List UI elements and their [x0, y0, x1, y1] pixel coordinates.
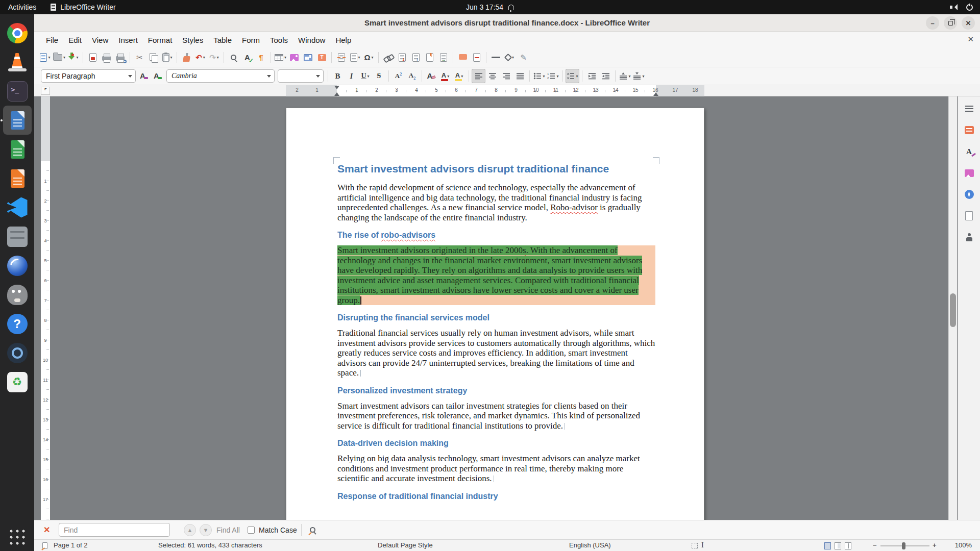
menu-insert[interactable]: Insert	[114, 34, 142, 46]
freeform-line-button[interactable]: ✎	[517, 51, 530, 65]
find-all-button[interactable]: Find All	[216, 526, 240, 534]
align-left-button[interactable]	[472, 69, 485, 83]
match-case-checkbox[interactable]	[248, 527, 255, 534]
find-replace-button[interactable]	[227, 51, 240, 65]
insert-table-button[interactable]: ▾	[274, 51, 287, 65]
dock-item-internet-ball[interactable]	[3, 251, 32, 280]
align-justify-button[interactable]	[513, 69, 527, 83]
insert-mode-indicator[interactable]: I	[701, 541, 704, 549]
menu-table[interactable]: Table	[209, 34, 236, 46]
heading[interactable]: Response of traditional financial indust…	[337, 491, 655, 502]
basic-shapes-button[interactable]: ▾	[503, 51, 517, 65]
new-style-button[interactable]: A	[151, 69, 165, 83]
activities-button[interactable]: Activities	[8, 3, 36, 11]
sidebar-tab-properties[interactable]	[961, 122, 977, 138]
italic-button[interactable]: I	[345, 69, 358, 83]
zoom-slider-thumb[interactable]	[902, 542, 905, 549]
tab-stop-selector[interactable]: ⌜	[41, 87, 50, 95]
underline-button[interactable]: U▾	[358, 69, 372, 83]
paragraph-style-select[interactable]: First Paragraph	[41, 69, 136, 83]
word-count-status[interactable]: Selected: 61 words, 433 characters	[158, 541, 262, 549]
dock-item-terminal[interactable]	[3, 77, 32, 106]
insert-chart-button[interactable]	[301, 51, 315, 65]
special-character-button[interactable]: Ω▾	[362, 51, 376, 65]
page-break-button[interactable]	[334, 51, 348, 65]
menu-form[interactable]: Form	[237, 34, 264, 46]
footnote-button[interactable]	[395, 51, 409, 65]
heading[interactable]: Disrupting the financial services model	[337, 313, 655, 323]
bold-button[interactable]: B	[331, 69, 345, 83]
power-icon[interactable]	[966, 4, 973, 11]
undo-button[interactable]: ↶▾	[193, 51, 207, 65]
clock[interactable]: Jun 3 17:54	[466, 3, 503, 11]
language-status[interactable]: English (USA)	[569, 541, 611, 549]
print-button[interactable]	[100, 51, 113, 65]
track-changes-button[interactable]	[470, 51, 483, 65]
spelling-button[interactable]: A✓	[240, 51, 254, 65]
vertical-ruler[interactable]: 1234567891011121314151617	[41, 96, 50, 520]
align-right-button[interactable]	[499, 69, 513, 83]
menu-format[interactable]: Format	[143, 34, 177, 46]
dock-item-vscode[interactable]	[3, 193, 32, 222]
page-style-status[interactable]: Default Page Style	[378, 541, 433, 549]
sidebar-tab-sidebar-settings[interactable]	[961, 101, 977, 117]
vertical-scrollbar[interactable]	[948, 96, 957, 520]
numbering-button[interactable]: 12▾	[546, 69, 560, 83]
menu-help[interactable]: Help	[331, 34, 356, 46]
window-title-bar[interactable]: Smart investment advisors disrupt tradit…	[34, 14, 980, 32]
restore-button[interactable]	[944, 16, 957, 30]
find-input[interactable]	[64, 526, 166, 534]
close-find-bar-button[interactable]: ✕	[43, 525, 50, 535]
heading[interactable]: Smart investment advisors disrupt tradit…	[337, 162, 655, 176]
superscript-button[interactable]: A2	[391, 69, 405, 83]
print-preview-button[interactable]	[113, 51, 127, 65]
subscript-button[interactable]: A2	[405, 69, 419, 83]
formatting-marks-button[interactable]: ¶	[254, 51, 268, 65]
menu-window[interactable]: Window	[293, 34, 330, 46]
horizontal-ruler[interactable]: 21123456789101112131415161718	[286, 85, 704, 96]
cut-button[interactable]: ✂	[133, 51, 146, 65]
dock-item-software[interactable]	[3, 367, 32, 396]
focused-app-menu[interactable]: LibreOffice Writer	[51, 3, 115, 11]
find-previous-button[interactable]: ▲	[184, 524, 196, 536]
heading[interactable]: The rise of robo-advisors	[337, 230, 655, 240]
para-space-increase-button[interactable]: ▾	[618, 69, 632, 83]
clear-formatting-button[interactable]: A	[425, 69, 438, 83]
first-line-indent-marker[interactable]	[334, 86, 339, 89]
insert-image-button[interactable]	[287, 51, 301, 65]
close-button[interactable]: ✕	[962, 16, 975, 30]
sidebar-tab-gallery[interactable]	[961, 165, 977, 181]
comment-button[interactable]	[456, 51, 470, 65]
hyperlink-button[interactable]	[381, 51, 395, 65]
zoom-level[interactable]: 100%	[955, 541, 972, 549]
dock-item-vlc[interactable]	[3, 47, 32, 77]
multi-page-view-button[interactable]	[835, 542, 841, 549]
highlight-color-button[interactable]: A▾	[452, 69, 466, 83]
menu-styles[interactable]: Styles	[178, 34, 208, 46]
paragraph[interactable]: Smart investment advisors can tailor inv…	[337, 401, 655, 431]
insert-textbox-button[interactable]: T	[315, 51, 329, 65]
menu-tools[interactable]: Tools	[265, 34, 292, 46]
book-view-button[interactable]	[845, 542, 851, 549]
zoom-out-button[interactable]: −	[873, 541, 877, 549]
line-spacing-button[interactable]: ▾	[566, 69, 579, 83]
insert-field-button[interactable]: ▾	[348, 51, 362, 65]
right-indent-marker[interactable]	[653, 92, 658, 96]
font-color-button[interactable]: A▾	[438, 69, 452, 83]
endnote-button[interactable]	[409, 51, 423, 65]
dock-item-chrome[interactable]	[3, 18, 32, 47]
export-pdf-button[interactable]	[86, 51, 100, 65]
page-number-status[interactable]: Page 1 of 2	[54, 541, 88, 549]
zoom-in-button[interactable]: +	[933, 541, 937, 549]
dock-item-settings[interactable]	[3, 338, 32, 367]
bookmark-button[interactable]	[423, 51, 436, 65]
heading[interactable]: Data-driven decision making	[337, 438, 655, 448]
decrease-indent-button[interactable]	[599, 69, 612, 83]
horizontal-line-button[interactable]	[489, 51, 503, 65]
menu-file[interactable]: File	[41, 34, 63, 46]
font-name-select[interactable]: Cambria	[166, 69, 275, 83]
sidebar-tab-page[interactable]	[961, 208, 977, 224]
paragraph[interactable]: Traditional financial services usually r…	[337, 328, 655, 378]
document-page[interactable]: Smart investment advisors disrupt tradit…	[286, 108, 704, 520]
redo-button[interactable]: ↷▾	[207, 51, 221, 65]
